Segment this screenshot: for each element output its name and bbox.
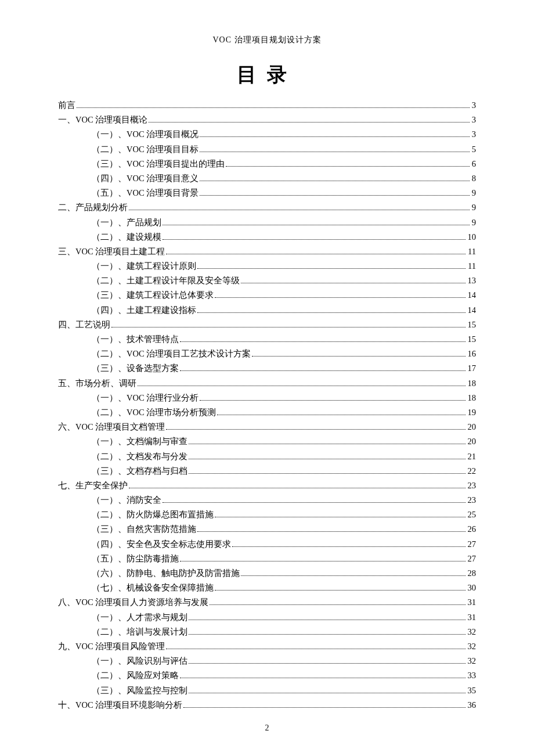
- toc-entry[interactable]: （三）、VOC 治理项目提出的理由6: [58, 160, 476, 168]
- toc-entry-label: （四）、VOC 治理项目意义: [92, 174, 199, 183]
- page-number: 2: [0, 723, 534, 733]
- toc-leader-dots: [166, 429, 465, 430]
- toc-leader-dots: [183, 707, 465, 708]
- toc-entry[interactable]: 九、VOC 治理项目风险管理32: [58, 642, 476, 651]
- toc-entry-label: （三）、建筑工程设计总体要求: [92, 291, 214, 300]
- toc-leader-dots: [241, 575, 466, 576]
- toc-entry[interactable]: 前言3: [58, 101, 476, 110]
- toc-entry-label: （一）、VOC 治理项目概况: [92, 130, 199, 139]
- toc-entry-page: 3: [472, 130, 476, 139]
- toc-entry-label: （二）、培训与发展计划: [92, 628, 187, 636]
- toc-leader-dots: [252, 356, 465, 357]
- toc-entry-label: （三）、设备选型方案: [92, 364, 179, 373]
- toc-entry-page: 32: [468, 628, 477, 636]
- toc-entry[interactable]: （一）、VOC 治理行业分析18: [58, 394, 476, 402]
- toc-entry-label: （三）、VOC 治理项目提出的理由: [92, 160, 225, 168]
- toc-entry[interactable]: （三）、文档存档与归档22: [58, 467, 476, 476]
- toc-entry[interactable]: （四）、VOC 治理项目意义8: [58, 174, 476, 183]
- toc-entry[interactable]: （一）、技术管理特点15: [58, 335, 476, 344]
- toc-entry[interactable]: （一）、产品规划9: [58, 218, 476, 227]
- toc-entry[interactable]: （三）、建筑工程设计总体要求14: [58, 291, 476, 300]
- toc-entry[interactable]: （六）、防静电、触电防护及防雷措施28: [58, 569, 476, 578]
- toc-entry[interactable]: 八、VOC 治理项目人力资源培养与发展31: [58, 598, 476, 607]
- toc-entry-page: 23: [468, 496, 477, 505]
- toc-entry-label: 十、VOC 治理项目环境影响分析: [58, 701, 182, 710]
- toc-entry[interactable]: （一）、文档编制与审查20: [58, 437, 476, 446]
- toc-leader-dots: [189, 663, 466, 664]
- toc-leader-dots: [180, 341, 466, 342]
- toc-entry-label: （三）、文档存档与归档: [92, 467, 187, 476]
- toc-entry-label: （一）、产品规划: [92, 218, 161, 227]
- toc-entry-page: 20: [468, 437, 477, 446]
- toc-leader-dots: [163, 502, 466, 503]
- toc-entry[interactable]: （七）、机械设备安全保障措施30: [58, 584, 476, 592]
- toc-entry[interactable]: 三、VOC 治理项目土建工程11: [58, 247, 476, 256]
- toc-entry[interactable]: 十、VOC 治理项目环境影响分析36: [58, 701, 476, 710]
- toc-entry[interactable]: （五）、VOC 治理项目背景9: [58, 189, 476, 197]
- toc-entry-page: 16: [468, 350, 477, 358]
- toc-entry[interactable]: （一）、建筑工程设计原则11: [58, 262, 476, 271]
- toc-entry-label: （三）、自然灾害防范措施: [92, 525, 196, 534]
- toc-entry-label: （五）、VOC 治理项目背景: [92, 189, 199, 197]
- toc-entry[interactable]: （三）、设备选型方案17: [58, 364, 476, 373]
- toc-entry-label: （一）、风险识别与评估: [92, 657, 187, 665]
- toc-entry-page: 15: [468, 335, 477, 344]
- toc-entry[interactable]: 六、VOC 治理项目文档管理20: [58, 423, 476, 431]
- toc-entry[interactable]: （一）、人才需求与规划31: [58, 613, 476, 622]
- toc-entry[interactable]: （二）、培训与发展计划32: [58, 628, 476, 636]
- document-page: VOC 治理项目规划设计方案 目录 前言3一、VOC 治理项目概论3（一）、VO…: [0, 0, 534, 756]
- toc-entry-page: 20: [468, 423, 477, 431]
- toc-entry[interactable]: （一）、消防安全23: [58, 496, 476, 505]
- toc-entry[interactable]: （一）、VOC 治理项目概况3: [58, 130, 476, 139]
- toc-leader-dots: [180, 370, 466, 371]
- toc-entry-label: （四）、土建工程建设指标: [92, 306, 196, 315]
- toc-entry-page: 22: [468, 467, 477, 476]
- toc-entry[interactable]: （二）、风险应对策略33: [58, 671, 476, 680]
- toc-entry-label: （四）、安全色及安全标志使用要求: [92, 540, 231, 549]
- toc-entry[interactable]: （三）、风险监控与控制35: [58, 686, 476, 695]
- toc-entry-page: 19: [468, 408, 477, 417]
- toc-leader-dots: [166, 254, 466, 254]
- toc-entry[interactable]: （二）、VOC 治理市场分析预测19: [58, 408, 476, 417]
- toc-entry[interactable]: 二、产品规划分析9: [58, 203, 476, 212]
- toc-entry-label: （二）、VOC 治理市场分析预测: [92, 408, 216, 417]
- toc-entry-label: 二、产品规划分析: [58, 203, 128, 212]
- toc-entry-label: （三）、风险监控与控制: [92, 686, 187, 695]
- toc-leader-dots: [217, 415, 465, 415]
- toc-entry[interactable]: （二）、防火防爆总图布置措施25: [58, 510, 476, 519]
- toc-entry[interactable]: （二）、VOC 治理项目工艺技术设计方案16: [58, 350, 476, 358]
- toc-leader-dots: [129, 210, 470, 210]
- toc-entry-label: 六、VOC 治理项目文档管理: [58, 423, 165, 431]
- toc-leader-dots: [138, 386, 466, 386]
- toc-entry[interactable]: 七、生产安全保护23: [58, 481, 476, 490]
- toc-entry[interactable]: （四）、土建工程建设指标14: [58, 306, 476, 315]
- toc-entry-page: 9: [472, 218, 476, 227]
- toc-entry-page: 28: [468, 569, 477, 578]
- toc-leader-dots: [232, 546, 466, 547]
- toc-entry-label: （二）、建设规模: [92, 233, 161, 242]
- toc-entry-page: 5: [472, 145, 476, 154]
- toc-entry[interactable]: （二）、文档发布与分发21: [58, 452, 476, 461]
- toc-entry[interactable]: （三）、自然灾害防范措施26: [58, 525, 476, 534]
- toc-leader-dots: [163, 225, 470, 225]
- toc-entry[interactable]: （二）、VOC 治理项目目标5: [58, 145, 476, 154]
- toc-entry-page: 10: [468, 233, 477, 242]
- toc-entry-label: （二）、风险应对策略: [92, 671, 179, 680]
- toc-leader-dots: [200, 181, 470, 181]
- toc-entry[interactable]: 一、VOC 治理项目概论3: [58, 116, 476, 124]
- toc-entry[interactable]: （四）、安全色及安全标志使用要求27: [58, 540, 476, 549]
- toc-entry[interactable]: （一）、风险识别与评估32: [58, 657, 476, 665]
- toc-entry[interactable]: （五）、防尘防毒措施27: [58, 555, 476, 563]
- toc-entry-page: 17: [468, 364, 477, 373]
- toc-entry-label: 七、生产安全保护: [58, 481, 128, 490]
- toc-entry[interactable]: 五、市场分析、调研18: [58, 379, 476, 388]
- toc-entry-page: 31: [468, 613, 477, 622]
- toc-leader-dots: [180, 678, 466, 678]
- toc-entry-label: 五、市场分析、调研: [58, 379, 136, 388]
- toc-leader-dots: [189, 444, 466, 444]
- toc-entry-label: （一）、VOC 治理行业分析: [92, 394, 199, 402]
- toc-entry-page: 3: [472, 101, 476, 110]
- toc-entry[interactable]: （二）、建设规模10: [58, 233, 476, 242]
- toc-entry[interactable]: 四、工艺说明15: [58, 321, 476, 329]
- toc-entry[interactable]: （二）、土建工程设计年限及安全等级13: [58, 276, 476, 285]
